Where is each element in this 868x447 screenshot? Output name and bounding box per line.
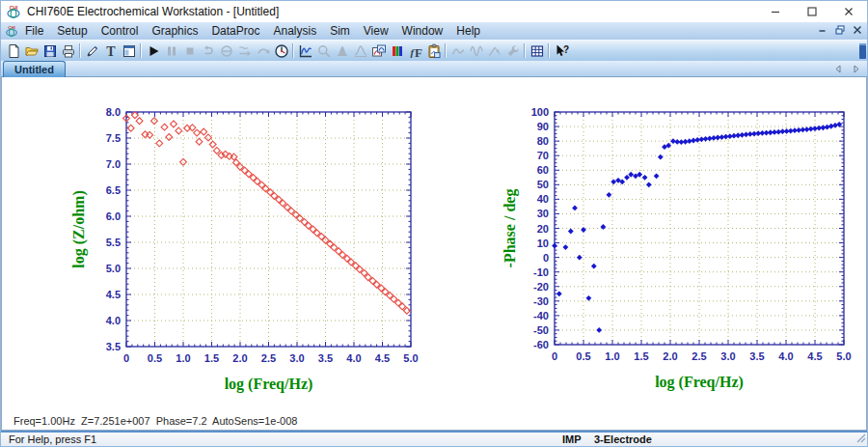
- menu-item-analysis[interactable]: Analysis: [266, 24, 323, 38]
- context-help-button[interactable]: ?: [552, 42, 570, 61]
- svg-text:30: 30: [537, 208, 549, 219]
- technique-setup-icon: [85, 43, 100, 59]
- menu-item-dataproc[interactable]: DataProc: [204, 24, 266, 38]
- zero-current-button: [217, 42, 235, 61]
- menu-items: FileSetupControlGraphicsDataProcAnalysis…: [18, 24, 487, 38]
- stop-button: [180, 42, 199, 61]
- close-icon[interactable]: [842, 5, 855, 18]
- status-bar: For Help, press F1 IMP 3-Electrode: [1, 431, 867, 446]
- svg-text:?: ?: [563, 43, 569, 54]
- svg-text:4.5: 4.5: [375, 352, 390, 364]
- hold-scan-icon: [237, 43, 253, 59]
- copy-graph-icon: [426, 43, 442, 59]
- menu-item-setup[interactable]: Setup: [50, 24, 94, 38]
- svg-text:0: 0: [123, 352, 129, 364]
- title-bar: CHI CHI760E Electrochemical Workstation …: [1, 1, 867, 22]
- stop-icon: [182, 43, 198, 59]
- tab-untitled[interactable]: Untitled: [3, 61, 66, 77]
- mdi-close-icon[interactable]: [852, 24, 862, 35]
- toolbar: TfF?: [1, 40, 867, 61]
- menu-item-view[interactable]: View: [357, 24, 395, 38]
- svg-text:log (Freq/Hz): log (Freq/Hz): [655, 374, 744, 391]
- open-file-icon: [24, 43, 40, 59]
- smoothing-button: [448, 42, 467, 61]
- peak-find-button: [333, 42, 351, 61]
- svg-text:-40: -40: [533, 310, 549, 321]
- svg-text:0: 0: [552, 350, 557, 362]
- print-icon: [61, 43, 76, 59]
- svg-text:0.5: 0.5: [148, 352, 162, 364]
- svg-text:4.0: 4.0: [346, 352, 361, 364]
- svg-text:8.0: 8.0: [106, 106, 121, 118]
- svg-text:3.0: 3.0: [289, 352, 304, 364]
- menu-item-graphics[interactable]: Graphics: [145, 24, 204, 38]
- zoom-tool-icon: [316, 43, 332, 59]
- app-icon[interactable]: CHI: [6, 4, 21, 19]
- rotation-button: [254, 42, 272, 61]
- cell-timer-button[interactable]: [272, 42, 290, 61]
- copy-graph-button[interactable]: [424, 42, 443, 61]
- toolbar-separator: [140, 43, 141, 58]
- data-listing-icon: [529, 43, 545, 59]
- svg-text:5.0: 5.0: [836, 350, 851, 362]
- svg-text:2.0: 2.0: [663, 350, 677, 362]
- toolbar-overflow-grip[interactable]: [859, 43, 866, 59]
- menu-item-sim[interactable]: Sim: [323, 24, 357, 38]
- svg-text:3.5: 3.5: [318, 352, 333, 364]
- menu-item-control[interactable]: Control: [95, 24, 146, 38]
- resize-grip[interactable]: [854, 432, 866, 445]
- maximize-icon[interactable]: [805, 5, 819, 18]
- svg-text:4.0: 4.0: [778, 350, 793, 362]
- print-button[interactable]: [59, 42, 77, 61]
- minimize-icon[interactable]: [769, 5, 782, 18]
- svg-text:1.0: 1.0: [605, 350, 619, 362]
- tab-scroll-right-icon[interactable]: [852, 64, 861, 73]
- mdi-restore-icon[interactable]: [834, 24, 845, 35]
- font-settings-icon: fF: [408, 43, 423, 59]
- app-window: CHI CHI760E Electrochemical Workstation …: [0, 0, 868, 447]
- bode-phase-plot[interactable]: 00.51.01.52.02.53.03.54.04.55.0-60-50-40…: [446, 93, 860, 411]
- tab-scroll-left-icon[interactable]: [833, 64, 843, 73]
- menu-item-window[interactable]: Window: [395, 24, 450, 38]
- tools-button: [503, 42, 522, 61]
- fourier-button: [467, 42, 485, 61]
- save-button[interactable]: [41, 42, 59, 61]
- status-help-text: For Help, press F1: [9, 433, 96, 445]
- data-listing-button[interactable]: [528, 42, 546, 61]
- zoom-tool-button: [314, 42, 333, 61]
- overlay-plots-button[interactable]: [369, 42, 388, 61]
- zero-current-icon: [219, 43, 234, 59]
- run-button[interactable]: [144, 42, 162, 61]
- svg-text:4.5: 4.5: [106, 289, 121, 300]
- data-readout: Freq=1.00Hz Z=7.251e+007 Phase=7.2 AutoS…: [14, 415, 297, 427]
- pause-button: [162, 42, 180, 61]
- svg-text:20: 20: [537, 223, 549, 235]
- svg-text:0.5: 0.5: [576, 350, 590, 362]
- open-file-button[interactable]: [22, 42, 41, 61]
- menu-item-file[interactable]: File: [18, 24, 50, 38]
- svg-text:3.5: 3.5: [749, 350, 764, 362]
- svg-text:1.5: 1.5: [634, 350, 648, 362]
- menu-bar: CHI FileSetupControlGraphicsDataProcAnal…: [1, 22, 867, 40]
- document-icon[interactable]: CHI: [5, 24, 18, 38]
- toolbar-separator: [79, 43, 80, 58]
- svg-text:40: 40: [537, 193, 549, 205]
- color-map-button[interactable]: [388, 42, 406, 61]
- svg-text:50: 50: [537, 179, 549, 190]
- svg-text:4.5: 4.5: [807, 350, 822, 362]
- bode-magnitude-plot[interactable]: 00.51.01.52.02.53.03.54.04.55.03.54.04.5…: [69, 93, 436, 411]
- text-tool-icon: T: [103, 43, 119, 59]
- document-area: 00.51.01.52.02.53.03.54.04.55.03.54.04.5…: [1, 77, 867, 431]
- svg-text:7.0: 7.0: [106, 158, 121, 170]
- menu-item-help[interactable]: Help: [449, 24, 487, 38]
- toolbar-separator: [548, 43, 549, 58]
- context-help-icon: ?: [554, 43, 569, 59]
- font-settings-button[interactable]: fF: [406, 42, 424, 61]
- mdi-minimize-icon[interactable]: [817, 24, 827, 35]
- parameters-window-button[interactable]: [120, 42, 138, 61]
- text-tool-button[interactable]: T: [101, 42, 120, 61]
- present-data-plot-button[interactable]: [296, 42, 314, 61]
- toolbar-separator: [292, 43, 293, 58]
- new-document-button[interactable]: [4, 42, 22, 61]
- technique-setup-button[interactable]: [83, 42, 101, 61]
